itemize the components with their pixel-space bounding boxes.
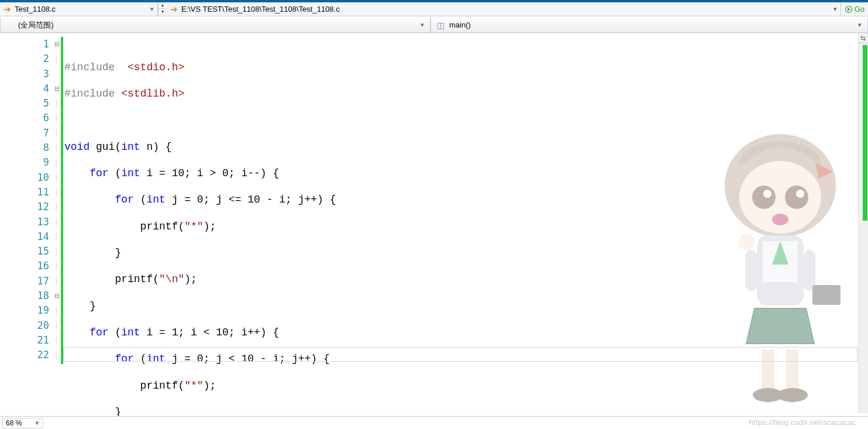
member-label: main() xyxy=(449,20,471,29)
fold-guide: │ xyxy=(53,126,61,140)
line-number: 21 xyxy=(0,333,53,348)
chevron-down-icon[interactable]: ▾ xyxy=(858,21,862,29)
code-line: for (int i = 1; i < 10; i++) { xyxy=(64,325,868,340)
path-bar: ➔ Test_1108.c ▾ ▲ ▼ ➔ E:\VS TEST\Test_11… xyxy=(0,2,868,16)
code-line: #include <stdio.h> xyxy=(64,60,868,75)
fold-guide: │ xyxy=(53,303,61,318)
method-icon: ◫ xyxy=(437,20,445,30)
chevron-down-icon[interactable]: ▾ xyxy=(150,5,154,13)
code-line: printf("*"); xyxy=(64,219,868,234)
change-mark xyxy=(863,45,867,221)
line-number: 20 xyxy=(0,318,53,333)
code-line: #include <stdlib.h> xyxy=(64,87,868,101)
scope-dropdown[interactable]: (全局范围) ▾ xyxy=(0,18,430,32)
line-number: 10 xyxy=(0,170,53,185)
fold-guide: │ xyxy=(53,155,61,170)
status-bar: 68 % ▼ https://blog.csdn.net/scacacac xyxy=(0,416,868,429)
code-line: for (int i = 10; i > 0; i--) { xyxy=(64,166,868,181)
chevron-down-icon[interactable]: ▾ xyxy=(421,21,424,29)
fold-guide: │ xyxy=(53,140,61,155)
line-number: 1 xyxy=(0,37,53,52)
code-line: for (int j = 0; j <= 10 - i; j++) { xyxy=(64,193,868,207)
scope-label: (全局范围) xyxy=(18,20,54,30)
code-line: } xyxy=(64,246,868,260)
line-number: 2 xyxy=(0,52,53,66)
vertical-scrollbar[interactable]: ⇆ xyxy=(858,33,868,413)
line-number: 12 xyxy=(0,200,53,214)
code-line: } xyxy=(64,299,868,314)
overview-ruler xyxy=(863,45,867,411)
scope-bar: (全局范围) ▾ ◫ main() ▾ xyxy=(0,18,868,33)
fold-guide: │ xyxy=(53,200,61,214)
line-number: 11 xyxy=(0,185,53,200)
file-crumb-label: Test_1108.c xyxy=(15,5,56,13)
code-line: for (int j = 0; j < 10 - i; j++) { xyxy=(64,352,868,366)
fold-guide xyxy=(53,67,61,81)
path-crumb-label: E:\VS TEST\Test_1108\Test_1108\Test_1108… xyxy=(181,5,340,13)
fold-toggle[interactable]: ⊟ xyxy=(53,81,61,96)
fold-guide: │ xyxy=(53,111,61,125)
fold-guide: │ xyxy=(53,185,61,200)
fold-guide: │ xyxy=(53,348,61,362)
line-number: 19 xyxy=(0,303,53,318)
member-dropdown[interactable]: ◫ main() ▾ xyxy=(430,18,868,32)
line-number-gutter: 12345678910111213141516171819202122 xyxy=(0,33,53,413)
line-number: 8 xyxy=(0,140,53,155)
split-icon[interactable]: ⇆ xyxy=(858,33,868,43)
chevron-down-icon[interactable]: ▾ xyxy=(833,5,837,13)
chevron-up-icon[interactable]: ▲ xyxy=(159,2,167,9)
fold-toggle[interactable]: ⊟ xyxy=(53,289,61,303)
line-number: 18 xyxy=(0,289,53,303)
line-number: 17 xyxy=(0,274,53,289)
line-number: 6 xyxy=(0,111,53,125)
line-number: 22 xyxy=(0,348,53,362)
fold-toggle[interactable]: ⊟ xyxy=(53,37,61,52)
line-number: 15 xyxy=(0,244,53,259)
fold-guide: │ xyxy=(53,333,61,348)
chevron-down-icon[interactable]: ▼ xyxy=(159,9,167,15)
code-line: printf("\n"); xyxy=(64,272,868,287)
code-line: printf("*"); xyxy=(64,379,868,393)
fold-column[interactable]: ⊟│⊟│││││││││││││⊟││││ xyxy=(53,33,61,413)
go-label: Go xyxy=(855,5,864,13)
fold-guide: │ xyxy=(53,274,61,289)
code-area[interactable]: #include <stdio.h> #include <stdlib.h> v… xyxy=(63,33,868,413)
zoom-value: 68 % xyxy=(6,419,22,427)
line-number: 13 xyxy=(0,215,53,229)
line-number: 16 xyxy=(0,259,53,273)
chevron-down-icon[interactable]: ▼ xyxy=(35,420,40,426)
go-icon xyxy=(845,5,853,13)
arrow-right-icon: ➔ xyxy=(4,5,11,13)
fold-guide: │ xyxy=(53,259,61,273)
history-nav[interactable]: ▲ ▼ xyxy=(158,2,167,16)
path-crumb[interactable]: ➔ E:\VS TEST\Test_1108\Test_1108\Test_11… xyxy=(167,2,841,16)
line-number: 14 xyxy=(0,229,53,244)
fold-guide: │ xyxy=(53,96,61,111)
code-line xyxy=(64,114,868,128)
fold-guide: │ xyxy=(53,215,61,229)
watermark-text: https://blog.csdn.net/scacacac xyxy=(749,418,856,427)
fold-guide: │ xyxy=(53,244,61,259)
line-number: 4 xyxy=(0,81,53,96)
line-number: 5 xyxy=(0,96,53,111)
fold-guide: │ xyxy=(53,318,61,333)
arrow-right-icon: ➔ xyxy=(170,5,178,13)
fold-guide: │ xyxy=(53,52,61,66)
fold-guide: │ xyxy=(53,229,61,244)
line-number: 3 xyxy=(0,67,53,81)
zoom-dropdown[interactable]: 68 % ▼ xyxy=(2,418,43,428)
file-crumb[interactable]: ➔ Test_1108.c ▾ xyxy=(0,2,158,16)
go-button[interactable]: Go xyxy=(841,2,868,16)
editor[interactable]: 12345678910111213141516171819202122 ⊟│⊟│… xyxy=(0,33,868,413)
fold-guide: │ xyxy=(53,170,61,185)
line-number: 7 xyxy=(0,126,53,140)
line-number: 9 xyxy=(0,155,53,170)
code-line: void gui(int n) { xyxy=(64,140,868,155)
